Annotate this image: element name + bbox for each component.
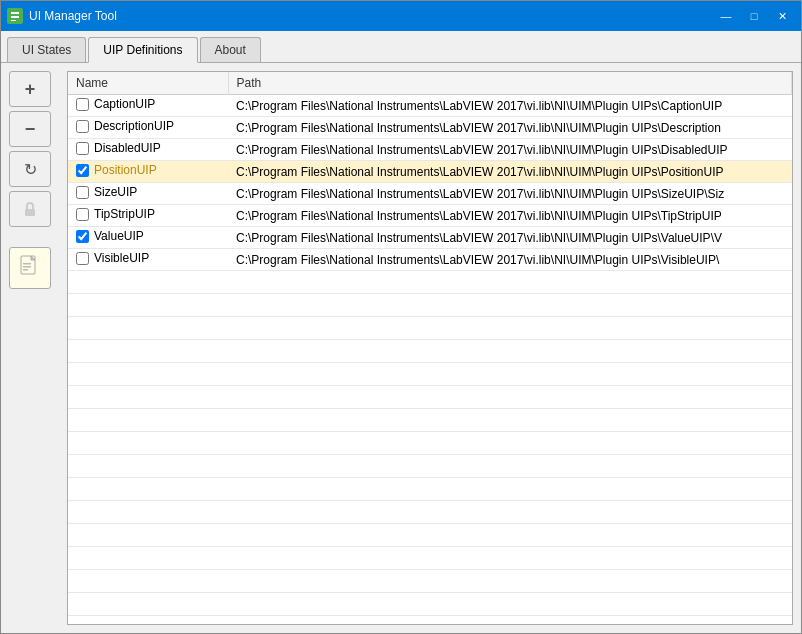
main-window: UI Manager Tool — □ ✕ UI States UIP Defi… (0, 0, 802, 634)
plus-icon: + (25, 79, 36, 100)
row-path-6: C:\Program Files\National Instruments\La… (228, 205, 792, 227)
title-bar-controls: — □ ✕ (713, 6, 795, 26)
empty-row (68, 363, 792, 386)
minus-icon: − (25, 119, 36, 140)
refresh-icon: ↻ (24, 160, 37, 179)
row-checkbox-2[interactable] (76, 120, 89, 133)
svg-rect-3 (11, 20, 16, 21)
tab-ui-states[interactable]: UI States (7, 37, 86, 62)
table-row[interactable]: DescriptionUIPC:\Program Files\National … (68, 117, 792, 139)
empty-row (68, 271, 792, 294)
empty-row (68, 340, 792, 363)
svg-rect-2 (11, 16, 19, 18)
tab-uip-definitions[interactable]: UIP Definitions (88, 37, 197, 63)
row-path-3: C:\Program Files\National Instruments\La… (228, 139, 792, 161)
table-row[interactable]: TipStripUIPC:\Program Files\National Ins… (68, 205, 792, 227)
refresh-button[interactable]: ↻ (9, 151, 51, 187)
row-checkbox-1[interactable] (76, 98, 89, 111)
doc-button[interactable] (9, 247, 51, 289)
empty-row (68, 547, 792, 570)
table-row[interactable]: ValueUIPC:\Program Files\National Instru… (68, 227, 792, 249)
row-name-5: SizeUIP (94, 185, 137, 199)
empty-row (68, 455, 792, 478)
remove-button[interactable]: − (9, 111, 51, 147)
maximize-button[interactable]: □ (741, 6, 767, 26)
app-icon (7, 8, 23, 24)
row-path-2: C:\Program Files\National Instruments\La… (228, 117, 792, 139)
row-path-5: C:\Program Files\National Instruments\La… (228, 183, 792, 205)
row-path-8: C:\Program Files\National Instruments\La… (228, 249, 792, 271)
row-name-1: CaptionUIP (94, 97, 155, 111)
empty-row (68, 432, 792, 455)
column-header-path: Path (228, 72, 792, 95)
empty-row (68, 478, 792, 501)
empty-row (68, 593, 792, 616)
lock-button[interactable] (9, 191, 51, 227)
empty-row (68, 409, 792, 432)
row-checkbox-8[interactable] (76, 252, 89, 265)
toolbar: + − ↻ (9, 71, 59, 625)
empty-row (68, 616, 792, 625)
svg-rect-1 (11, 12, 19, 14)
content-area: + − ↻ (1, 62, 801, 633)
row-path-1: C:\Program Files\National Instruments\La… (228, 95, 792, 117)
row-path-4: C:\Program Files\National Instruments\La… (228, 161, 792, 183)
row-name-6: TipStripUIP (94, 207, 155, 221)
table-row[interactable]: VisibleUIPC:\Program Files\National Inst… (68, 249, 792, 271)
table-row[interactable]: PositionUIPC:\Program Files\National Ins… (68, 161, 792, 183)
empty-row (68, 524, 792, 547)
close-button[interactable]: ✕ (769, 6, 795, 26)
row-checkbox-4[interactable] (76, 164, 89, 177)
table-row[interactable]: CaptionUIPC:\Program Files\National Inst… (68, 95, 792, 117)
row-checkbox-7[interactable] (76, 230, 89, 243)
row-name-7: ValueUIP (94, 229, 144, 243)
empty-row (68, 501, 792, 524)
row-name-2: DescriptionUIP (94, 119, 174, 133)
table-row[interactable]: DisabledUIPC:\Program Files\National Ins… (68, 139, 792, 161)
empty-row (68, 294, 792, 317)
uip-table-container: Name Path CaptionUIPC:\Program Files\Nat… (67, 71, 793, 625)
row-checkbox-6[interactable] (76, 208, 89, 221)
window-title: UI Manager Tool (29, 9, 117, 23)
table-header-row: Name Path (68, 72, 792, 95)
table-row[interactable]: SizeUIPC:\Program Files\National Instrum… (68, 183, 792, 205)
lock-icon (21, 200, 39, 218)
row-name-8: VisibleUIP (94, 251, 149, 265)
svg-rect-9 (23, 269, 28, 271)
table-scroll[interactable]: Name Path CaptionUIPC:\Program Files\Nat… (68, 72, 792, 624)
svg-rect-8 (23, 266, 31, 268)
row-checkbox-5[interactable] (76, 186, 89, 199)
minimize-button[interactable]: — (713, 6, 739, 26)
row-path-7: C:\Program Files\National Instruments\La… (228, 227, 792, 249)
uip-table: Name Path CaptionUIPC:\Program Files\Nat… (68, 72, 792, 624)
svg-rect-7 (23, 263, 31, 265)
column-header-name: Name (68, 72, 228, 95)
add-button[interactable]: + (9, 71, 51, 107)
document-icon (19, 255, 41, 281)
row-name-3: DisabledUIP (94, 141, 161, 155)
empty-row (68, 317, 792, 340)
empty-row (68, 386, 792, 409)
row-checkbox-3[interactable] (76, 142, 89, 155)
svg-rect-4 (25, 209, 35, 216)
title-bar: UI Manager Tool — □ ✕ (1, 1, 801, 31)
tab-about[interactable]: About (200, 37, 261, 62)
title-bar-left: UI Manager Tool (7, 8, 117, 24)
row-name-4: PositionUIP (94, 163, 157, 177)
tab-bar: UI States UIP Definitions About (1, 31, 801, 62)
empty-row (68, 570, 792, 593)
